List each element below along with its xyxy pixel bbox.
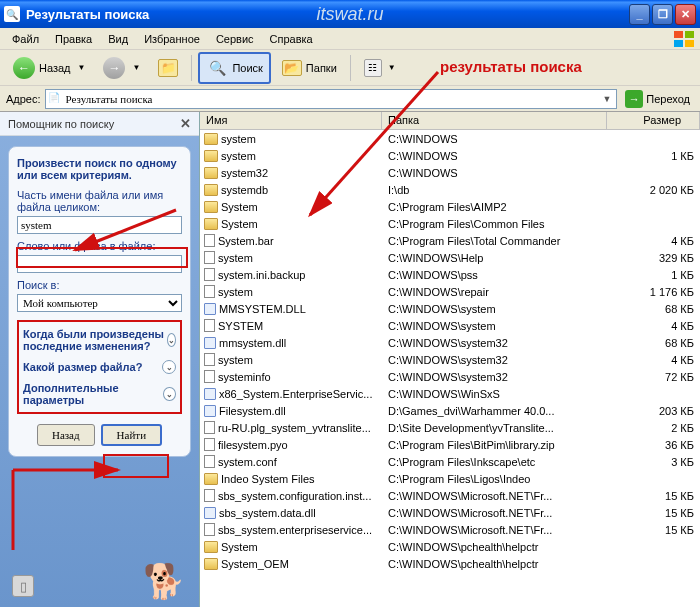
folders-button[interactable]: 📂Папки	[275, 56, 344, 80]
arrow-right-icon: →	[103, 57, 125, 79]
result-row[interactable]: systemdbI:\db2 020 КБ	[200, 181, 700, 198]
address-input[interactable]	[66, 93, 600, 105]
file-size: 329 КБ	[607, 252, 700, 264]
maximize-button[interactable]: ❐	[652, 4, 673, 25]
menu-edit[interactable]: Правка	[47, 31, 100, 47]
file-path: C:\WINDOWS\Help	[382, 252, 607, 264]
result-row[interactable]: SystemC:\Program Files\Common Files	[200, 215, 700, 232]
file-path: C:\Program Files\Ligos\Indeo	[382, 473, 607, 485]
dll-icon	[204, 303, 216, 315]
search-sidebar: Помощник по поиску ✕ Произвести поиск по…	[0, 112, 200, 607]
result-row[interactable]: sbs_system.data.dllC:\WINDOWS\Microsoft.…	[200, 504, 700, 521]
result-row[interactable]: system32C:\WINDOWS	[200, 164, 700, 181]
result-row[interactable]: system.ini.backupC:\WINDOWS\pss1 КБ	[200, 266, 700, 283]
file-name: system.conf	[218, 456, 277, 468]
file-path: C:\Program Files\Inkscape\etc	[382, 456, 607, 468]
views-icon: ☷	[364, 59, 382, 77]
file-path: C:\WINDOWS\pchealth\helpctr	[382, 541, 607, 553]
result-row[interactable]: systemC:\WINDOWS\system324 КБ	[200, 351, 700, 368]
back-button[interactable]: ←Назад▼	[6, 53, 92, 83]
file-name: system32	[221, 167, 268, 179]
search-button[interactable]: 🔍Поиск	[198, 52, 270, 84]
column-size[interactable]: Размер	[607, 112, 700, 129]
file-size: 72 КБ	[607, 371, 700, 383]
views-button[interactable]: ☷▼	[357, 55, 403, 81]
svg-rect-2	[674, 40, 683, 47]
result-row[interactable]: SystemC:\WINDOWS\pchealth\helpctr	[200, 538, 700, 555]
up-button[interactable]: 📁	[151, 55, 185, 81]
location-icon: 📄	[48, 92, 62, 106]
menu-file[interactable]: Файл	[4, 31, 47, 47]
result-row[interactable]: sbs_system.configuration.inst...C:\WINDO…	[200, 487, 700, 504]
sidebar-close-button[interactable]: ✕	[180, 116, 191, 131]
expand-size[interactable]: Какой размер файла?⌄	[21, 356, 178, 378]
phrase-input[interactable]	[17, 255, 182, 273]
file-name: systeminfo	[218, 371, 271, 383]
result-row[interactable]: mmsystem.dllC:\WINDOWS\system3268 КБ	[200, 334, 700, 351]
toolbar: ←Назад▼ →▼ 📁 🔍Поиск 📂Папки ☷▼	[0, 50, 700, 86]
file-path: D:\Games_dvi\Warhammer 40.0...	[382, 405, 607, 417]
folder-icon	[204, 473, 218, 485]
expand-modified[interactable]: Когда были произведены последние изменен…	[21, 324, 178, 356]
file-name: MMSYSTEM.DLL	[219, 303, 306, 315]
notebook-icon[interactable]: ▯	[12, 575, 34, 597]
file-path: C:\WINDOWS\Microsoft.NET\Fr...	[382, 507, 607, 519]
file-size: 1 КБ	[607, 269, 700, 281]
column-headers: Имя Папка Размер	[200, 112, 700, 130]
minimize-button[interactable]: _	[629, 4, 650, 25]
result-row[interactable]: systemC:\WINDOWS\Help329 КБ	[200, 249, 700, 266]
file-path: C:\Program Files\Total Commander	[382, 235, 607, 247]
file-path: C:\Program Files\Common Files	[382, 218, 607, 230]
file-icon	[204, 319, 215, 332]
result-row[interactable]: SYSTEMC:\WINDOWS\system4 КБ	[200, 317, 700, 334]
file-size: 15 КБ	[607, 507, 700, 519]
lookin-select[interactable]: Мой компьютер	[17, 294, 182, 312]
result-row[interactable]: SystemC:\Program Files\AIMP2	[200, 198, 700, 215]
file-icon	[204, 251, 215, 264]
result-row[interactable]: systemC:\WINDOWS1 КБ	[200, 147, 700, 164]
chevron-down-icon: ▼	[132, 63, 140, 72]
result-row[interactable]: system.confC:\Program Files\Inkscape\etc…	[200, 453, 700, 470]
result-row[interactable]: x86_System.EnterpriseServic...C:\WINDOWS…	[200, 385, 700, 402]
filename-label: Часть имени файла или имя файла целиком:	[17, 189, 182, 213]
result-row[interactable]: MMSYSTEM.DLLC:\WINDOWS\system68 КБ	[200, 300, 700, 317]
menu-view[interactable]: Вид	[100, 31, 136, 47]
file-name: systemdb	[221, 184, 268, 196]
result-row[interactable]: System.barC:\Program Files\Total Command…	[200, 232, 700, 249]
chevron-down-icon[interactable]: ▼	[599, 94, 614, 104]
forward-button[interactable]: →▼	[96, 53, 147, 83]
results-list: Имя Папка Размер systemC:\WINDOWSsystemC…	[200, 112, 700, 607]
address-combo[interactable]: 📄 ▼	[45, 89, 618, 109]
folder-up-icon: 📁	[158, 59, 178, 77]
file-name: sbs_system.enterpriseservice...	[218, 524, 372, 536]
dll-icon	[204, 507, 216, 519]
folder-icon	[204, 218, 218, 230]
menu-tools[interactable]: Сервис	[208, 31, 262, 47]
filename-input[interactable]	[17, 216, 182, 234]
close-button[interactable]: ✕	[675, 4, 696, 25]
sidebar-title: Помощник по поиску	[8, 118, 114, 130]
file-size: 1 176 КБ	[607, 286, 700, 298]
column-name[interactable]: Имя	[200, 112, 382, 129]
column-path[interactable]: Папка	[382, 112, 607, 129]
result-row[interactable]: systeminfoC:\WINDOWS\system3272 КБ	[200, 368, 700, 385]
chevron-down-icon: ⌄	[167, 333, 176, 347]
menu-help[interactable]: Справка	[262, 31, 321, 47]
result-row[interactable]: Filesystem.dllD:\Games_dvi\Warhammer 40.…	[200, 402, 700, 419]
expand-advanced[interactable]: Дополнительные параметры⌄	[21, 378, 178, 410]
back-search-button[interactable]: Назад	[37, 424, 95, 446]
file-path: C:\WINDOWS\system32	[382, 337, 607, 349]
result-row[interactable]: sbs_system.enterpriseservice...C:\WINDOW…	[200, 521, 700, 538]
result-row[interactable]: filesystem.pyoC:\Program Files\BitPim\li…	[200, 436, 700, 453]
file-path: C:\WINDOWS\WinSxS	[382, 388, 607, 400]
file-size: 1 КБ	[607, 150, 700, 162]
file-name: sbs_system.configuration.inst...	[218, 490, 371, 502]
result-row[interactable]: systemC:\WINDOWS\repair1 176 КБ	[200, 283, 700, 300]
result-row[interactable]: Indeo System FilesC:\Program Files\Ligos…	[200, 470, 700, 487]
result-row[interactable]: ru-RU.plg_system_yvtranslite...D:\Site D…	[200, 419, 700, 436]
result-row[interactable]: System_OEMC:\WINDOWS\pchealth\helpctr	[200, 555, 700, 572]
menu-favorites[interactable]: Избранное	[136, 31, 208, 47]
go-button[interactable]: →Переход	[621, 88, 694, 110]
find-button[interactable]: Найти	[101, 424, 162, 446]
result-row[interactable]: systemC:\WINDOWS	[200, 130, 700, 147]
